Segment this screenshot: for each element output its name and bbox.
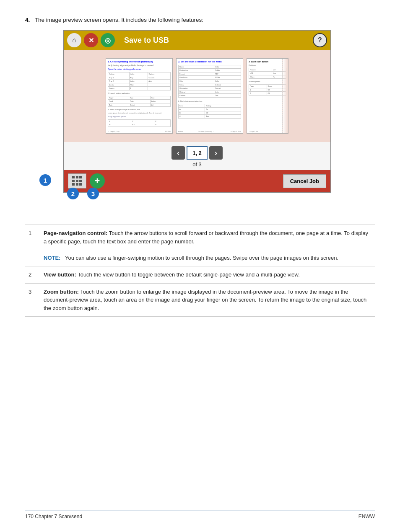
- home-button[interactable]: ⌂: [67, 33, 81, 47]
- callout-2: 2: [67, 188, 79, 199]
- note-text-1: You can also use a finger-swiping motion…: [65, 255, 338, 261]
- thumb-page-2: 2. Set the scan destination for the item…: [176, 58, 243, 134]
- torn-edge: [282, 59, 288, 133]
- page-footer: 170 Chapter 7 Scan/send ENWW: [25, 511, 375, 519]
- page-of-text: of 3: [192, 161, 202, 168]
- desc-content-2: View button: Touch the view button to to…: [40, 266, 375, 284]
- desc-content-1: Page-navigation control: Touch the arrow…: [40, 225, 375, 266]
- bottom-left-controls: +: [68, 173, 105, 189]
- thumb-page-3: 3. Save scan button Configure: FeatureVa…: [247, 58, 288, 134]
- grid-icon: [72, 176, 82, 186]
- page-input[interactable]: 1, 2: [187, 146, 208, 160]
- zoom-button[interactable]: +: [90, 173, 105, 189]
- cancel-job-button[interactable]: Cancel Job: [283, 174, 326, 188]
- cancel-button-toolbar[interactable]: ✕: [84, 33, 98, 47]
- desc-number-2: 2: [25, 266, 40, 284]
- footer-right: ENWW: [358, 514, 375, 519]
- callout-3: 3: [87, 188, 99, 199]
- scan-button[interactable]: ◎: [101, 33, 115, 47]
- desc-content-3: Zoom button: Touch the zoom button to en…: [40, 283, 375, 317]
- desc-row-1: 1 Page-navigation control: Touch the arr…: [25, 225, 375, 266]
- prev-page-button[interactable]: ‹: [171, 146, 185, 160]
- desc-number-1: 1: [25, 225, 40, 266]
- nav-bar: ‹ 1, 2 › of 3: [64, 142, 330, 170]
- preview-area: 1. Choose printing orientation (Windows)…: [64, 50, 330, 142]
- step-number: 4.: [25, 17, 30, 23]
- next-page-button[interactable]: ›: [209, 146, 223, 160]
- page-navigation: ‹ 1, 2 ›: [171, 146, 223, 160]
- step-text: The image preview screen opens. It inclu…: [35, 17, 203, 23]
- desc-number-3: 3: [25, 283, 40, 317]
- device-toolbar: ⌂ ✕ ◎ Save to USB ?: [64, 31, 330, 50]
- device-screenshot: ⌂ ✕ ◎ Save to USB ? 1. Choose printing o…: [63, 30, 331, 193]
- step-intro: 4. The image preview screen opens. It in…: [25, 17, 375, 23]
- help-button[interactable]: ?: [313, 33, 327, 47]
- thumb-page-1: 1. Choose printing orientation (Windows)…: [106, 58, 173, 134]
- callout-1: 1: [39, 174, 51, 186]
- desc-row-3: 3 Zoom button: Touch the zoom button to …: [25, 283, 375, 317]
- footer-left: 170 Chapter 7 Scan/send: [25, 514, 82, 519]
- toolbar-title: Save to USB: [117, 34, 310, 46]
- view-button[interactable]: [68, 173, 86, 189]
- note-label-1: NOTE:: [44, 255, 60, 261]
- descriptions-table: 1 Page-navigation control: Touch the arr…: [25, 225, 375, 317]
- desc-row-2: 2 View button: Touch the view button to …: [25, 266, 375, 284]
- bottom-bar: + Cancel Job 2 3: [64, 170, 330, 192]
